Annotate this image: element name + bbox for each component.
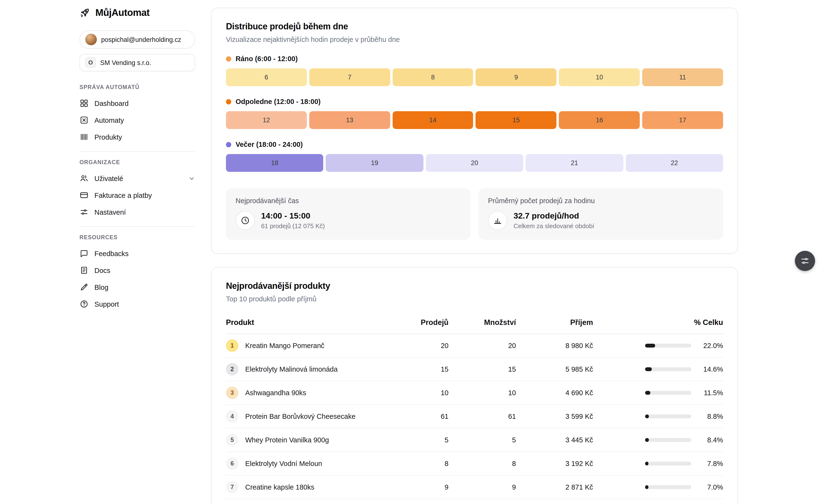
app-logo[interactable]: MůjAutomat bbox=[79, 7, 195, 19]
heatmap-cell-16[interactable]: 16 bbox=[559, 111, 640, 129]
heatmap-cell-11[interactable]: 11 bbox=[642, 68, 723, 86]
sales-count: 61 bbox=[396, 413, 448, 420]
table-row[interactable]: 7 Creatine kapsle 180ks 9 9 2 871 Kč 7.0… bbox=[226, 476, 723, 499]
revenue: 4 690 Kč bbox=[516, 389, 593, 397]
section-label: SPRÁVA AUTOMATŮ bbox=[79, 84, 195, 90]
nav-label: Support bbox=[94, 300, 119, 308]
heatmap-cell-7[interactable]: 7 bbox=[309, 68, 390, 86]
table-row[interactable]: 2 Elektrolyty Malinová limonáda 15 15 5 … bbox=[226, 358, 723, 381]
nav-label: Automaty bbox=[94, 116, 124, 124]
products-table: Produkt Prodejů Množství Příjem % Celku … bbox=[226, 312, 723, 499]
product-name: Whey Protein Vanilka 900g bbox=[245, 436, 329, 444]
section-items: Uživatelé Fakturace a platby Nastavení bbox=[79, 170, 195, 220]
product-name: Protein Bar Borůvkový Cheesecake bbox=[245, 413, 356, 420]
products-icon bbox=[79, 132, 89, 142]
percent-label: 8.8% bbox=[698, 413, 723, 420]
heatmap-group: Večer (18:00 - 24:00) 18 19 20 21 22 bbox=[226, 141, 723, 172]
table-row[interactable]: 3 Ashwagandha 90ks 10 10 4 690 Kč 11.5% bbox=[226, 381, 723, 405]
sidebar-sections: SPRÁVA AUTOMATŮ Dashboard Automaty Produ… bbox=[79, 77, 195, 318]
percent-bar bbox=[645, 344, 691, 348]
billing-icon bbox=[79, 191, 89, 200]
section-label: RESOURCES bbox=[79, 234, 195, 240]
revenue: 5 985 Kč bbox=[516, 365, 593, 373]
heatmap-cell-15[interactable]: 15 bbox=[476, 111, 557, 129]
sidebar-item-blog[interactable]: Blog bbox=[79, 279, 195, 296]
quantity: 8 bbox=[448, 460, 516, 467]
hour-label: 6 bbox=[265, 74, 268, 81]
org-name: SM Vending s.r.o. bbox=[100, 59, 151, 66]
table-body: 1 Kreatin Mango Pomeranč 20 20 8 980 Kč … bbox=[226, 334, 723, 499]
heatmap-cells: 18 19 20 21 22 bbox=[226, 154, 723, 172]
heatmap-cell-13[interactable]: 13 bbox=[309, 111, 390, 129]
stat-sub: Celkem za sledované období bbox=[513, 222, 594, 230]
sidebar-item-support[interactable]: Support bbox=[79, 296, 195, 312]
hour-label: 11 bbox=[679, 74, 686, 81]
sales-count: 15 bbox=[396, 365, 448, 373]
heatmap-cell-12[interactable]: 12 bbox=[226, 111, 307, 129]
hour-label: 18 bbox=[271, 159, 278, 167]
group-label: Večer (18:00 - 24:00) bbox=[236, 141, 303, 148]
rocket-icon bbox=[79, 7, 91, 19]
table-row[interactable]: 6 Elektrolyty Vodní Meloun 8 8 3 192 Kč … bbox=[226, 452, 723, 476]
sidebar-item-dashboard[interactable]: Dashboard bbox=[79, 95, 195, 112]
org-logo: O bbox=[85, 57, 96, 68]
sidebar-item-docs[interactable]: Docs bbox=[79, 262, 195, 279]
sidebar-item-uzivatele[interactable]: Uživatelé bbox=[79, 170, 195, 187]
sidebar-item-produkty[interactable]: Produkty bbox=[79, 129, 195, 145]
stats-row: Nejprodávanější čas 14:00 - 15:00 61 pro… bbox=[226, 188, 723, 240]
quantity: 9 bbox=[448, 483, 516, 491]
product-name: Ashwagandha 90ks bbox=[245, 389, 306, 397]
sidebar: MůjAutomat pospichal@underholding.cz O S… bbox=[79, 0, 195, 504]
stat-label: Nejprodávanější čas bbox=[236, 197, 461, 205]
heatmap-cell-14[interactable]: 14 bbox=[392, 111, 473, 129]
group-dot bbox=[226, 56, 231, 61]
col-prodeju: Prodejů bbox=[396, 318, 448, 327]
sidebar-item-feedbacks[interactable]: Feedbacks bbox=[79, 245, 195, 262]
org-selector-pill[interactable]: O SM Vending s.r.o. bbox=[79, 54, 195, 71]
heatmap-cell-8[interactable]: 8 bbox=[392, 68, 473, 86]
product-name: Creatine kapsle 180ks bbox=[245, 483, 314, 491]
panel-toggle-button[interactable] bbox=[795, 251, 815, 271]
revenue: 3 599 Kč bbox=[516, 413, 593, 420]
sales-count: 5 bbox=[396, 436, 448, 444]
table-header: Produkt Prodejů Množství Příjem % Celku bbox=[226, 312, 723, 334]
table-row[interactable]: 4 Protein Bar Borůvkový Cheesecake 61 61… bbox=[226, 405, 723, 428]
sidebar-item-fakturace-a-platby[interactable]: Fakturace a platby bbox=[79, 187, 195, 204]
heatmap-cell-21[interactable]: 21 bbox=[525, 154, 623, 172]
settings-icon bbox=[79, 207, 89, 217]
heatmap-cells: 12 13 14 15 16 17 bbox=[226, 111, 723, 129]
heatmap-cell-9[interactable]: 9 bbox=[476, 68, 557, 86]
percent-bar bbox=[645, 438, 691, 442]
hour-label: 7 bbox=[348, 74, 351, 81]
heatmap-cell-20[interactable]: 20 bbox=[426, 154, 523, 172]
sidebar-item-nastaveni[interactable]: Nastavení bbox=[79, 204, 195, 220]
heatmap-cell-18[interactable]: 18 bbox=[226, 154, 324, 172]
sidebar-section: RESOURCES Feedbacks Docs Blog Support bbox=[79, 226, 195, 318]
group-dot bbox=[226, 99, 231, 104]
heatmap-cell-6[interactable]: 6 bbox=[226, 68, 307, 86]
hour-label: 19 bbox=[371, 159, 378, 167]
percent-bar bbox=[645, 485, 691, 489]
heatmap-groups: Ráno (6:00 - 12:00) 6 7 8 9 10 11 Odpole… bbox=[226, 55, 723, 172]
hour-label: 22 bbox=[671, 159, 678, 167]
nav-label: Fakturace a platby bbox=[94, 191, 152, 199]
heatmap-cell-22[interactable]: 22 bbox=[626, 154, 723, 172]
quantity: 10 bbox=[448, 389, 516, 397]
main-content: Distribuce prodejů během dne Vizualizace… bbox=[211, 0, 738, 504]
clock-icon bbox=[236, 211, 255, 230]
group-dot bbox=[226, 142, 231, 147]
rank-badge: 2 bbox=[226, 363, 239, 375]
heatmap-cell-10[interactable]: 10 bbox=[559, 68, 640, 86]
table-row[interactable]: 5 Whey Protein Vanilka 900g 5 5 3 445 Kč… bbox=[226, 428, 723, 452]
hour-label: 14 bbox=[429, 116, 436, 124]
heatmap-cell-19[interactable]: 19 bbox=[326, 154, 423, 172]
app-root: MůjAutomat pospichal@underholding.cz O S… bbox=[0, 0, 818, 504]
nav-label: Uživatelé bbox=[94, 174, 123, 182]
heatmap-cell-17[interactable]: 17 bbox=[642, 111, 723, 129]
docs-icon bbox=[79, 266, 89, 275]
sales-count: 9 bbox=[396, 483, 448, 491]
table-row[interactable]: 1 Kreatin Mango Pomeranč 20 20 8 980 Kč … bbox=[226, 334, 723, 358]
hour-label: 8 bbox=[431, 74, 435, 81]
user-account-pill[interactable]: pospichal@underholding.cz bbox=[79, 30, 195, 49]
sidebar-item-automaty[interactable]: Automaty bbox=[79, 112, 195, 129]
